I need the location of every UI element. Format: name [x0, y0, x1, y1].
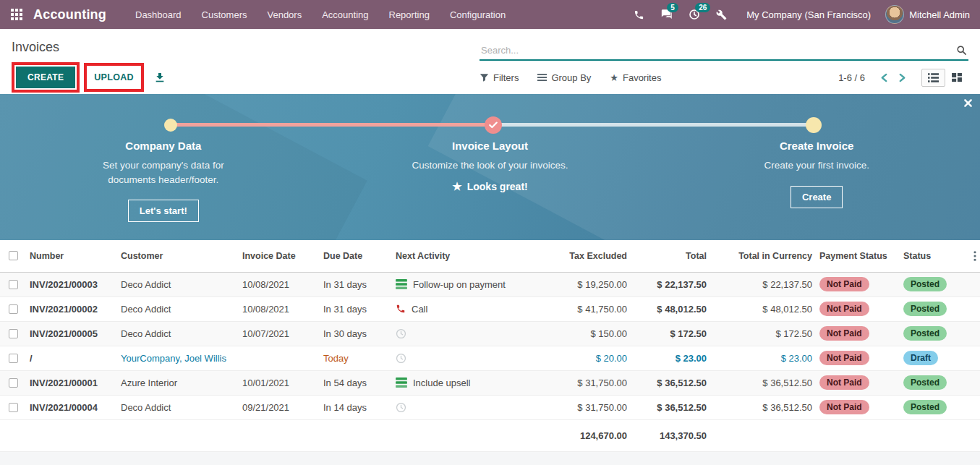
step-subtitle: Create your first invoice.	[726, 158, 907, 173]
user-menu[interactable]: Mitchell Admin	[882, 5, 980, 24]
menu-customers[interactable]: Customers	[192, 0, 257, 29]
cell-activity[interactable]: Call	[392, 297, 529, 321]
cell-total-currency: $ 22,137.50	[710, 272, 816, 297]
pager-next-icon[interactable]	[893, 72, 911, 84]
column-invoice-date[interactable]: Invoice Date	[239, 240, 320, 272]
favorites-button[interactable]: ★ Favorites	[610, 72, 661, 83]
phone-icon[interactable]	[626, 0, 652, 29]
cell-customer: Deco Addict	[117, 297, 239, 321]
onboarding-banner: Company Data Set your company's data for…	[0, 94, 980, 240]
cell-tax-excluded: $ 20.00	[529, 346, 631, 370]
column-number[interactable]: Number	[26, 240, 117, 272]
step-subtitle: Set your company's data for documents he…	[80, 158, 247, 187]
column-tax-excluded[interactable]: Tax Excluded	[529, 240, 631, 272]
cell-tax-excluded: $ 41,750.00	[529, 297, 631, 321]
list-view-icon[interactable]	[921, 69, 945, 87]
table-row[interactable]: INV/2021/00001 Azure Interior 10/01/2021…	[0, 370, 980, 395]
search-icon[interactable]	[956, 45, 967, 56]
apps-menu-icon[interactable]	[0, 9, 33, 20]
column-customer[interactable]: Customer	[117, 240, 239, 272]
filters-label: Filters	[493, 72, 519, 83]
cell-activity[interactable]: Include upsell	[392, 370, 529, 395]
company-switcher[interactable]: My Company (San Francisco)	[735, 9, 882, 20]
column-payment-status[interactable]: Payment Status	[816, 240, 900, 272]
column-total-in-currency[interactable]: Total in Currency	[710, 240, 816, 272]
row-checkbox[interactable]	[0, 395, 26, 419]
messages-icon[interactable]: 5	[652, 0, 681, 29]
sum-tax-excluded: 124,670.00	[529, 419, 631, 451]
cell-total: $ 23.00	[631, 346, 710, 370]
cell-total-currency: $ 48,012.50	[710, 297, 816, 321]
cell-due-date: In 14 days	[320, 395, 392, 419]
cell-status: Posted	[900, 272, 969, 297]
activity-clock-icon	[396, 353, 406, 364]
step-create-invoice: Create Invoice Create your first invoice…	[653, 140, 980, 222]
table-row[interactable]: INV/2021/00005 Deco Addict 10/07/2021 In…	[0, 321, 980, 346]
control-panel: Invoices CREATE UPLOAD Filters	[0, 29, 980, 94]
row-checkbox[interactable]	[0, 272, 26, 297]
create-annotation-box: CREATE	[12, 62, 80, 93]
menu-dashboard[interactable]: Dashboard	[125, 0, 192, 29]
cell-payment-status: Not Paid	[816, 321, 900, 346]
select-all-checkbox[interactable]	[0, 240, 26, 272]
group-by-button[interactable]: Group By	[537, 72, 591, 83]
step-title: Create Invoice	[653, 140, 980, 152]
cell-total: $ 172.50	[631, 321, 710, 346]
lets-start-button[interactable]: Let's start!	[128, 200, 199, 222]
column-due-date[interactable]: Due Date	[320, 240, 392, 272]
cell-customer[interactable]: YourCompany, Joel Willis	[117, 346, 239, 370]
tools-icon[interactable]	[708, 0, 735, 29]
cell-activity-label: Call	[412, 304, 427, 315]
cell-number: INV/2021/00003	[26, 272, 117, 297]
cell-due-date: In 30 days	[320, 321, 392, 346]
group-by-label: Group By	[551, 72, 591, 83]
cell-activity[interactable]: Follow-up on payment	[392, 272, 529, 297]
cell-status: Posted	[900, 297, 969, 321]
step-title: Invoice Layout	[327, 140, 654, 152]
row-checkbox[interactable]	[0, 321, 26, 346]
menu-accounting[interactable]: Accounting	[312, 0, 378, 29]
row-checkbox[interactable]	[0, 297, 26, 321]
looks-great-label: Looks great!	[467, 181, 528, 192]
create-button[interactable]: CREATE	[16, 67, 75, 88]
row-checkbox[interactable]	[0, 346, 26, 370]
cell-activity[interactable]	[392, 346, 529, 370]
app-title[interactable]: Accounting	[33, 7, 106, 22]
table-row[interactable]: INV/2021/00003 Deco Addict 10/08/2021 In…	[0, 272, 980, 297]
main-menu: Dashboard Customers Vendors Accounting R…	[125, 0, 516, 29]
column-next-activity[interactable]: Next Activity	[392, 240, 529, 272]
payment-status-badge: Not Paid	[819, 302, 869, 316]
activities-icon[interactable]: 26	[681, 0, 708, 29]
looks-great-link[interactable]: ★ Looks great!	[452, 180, 527, 193]
search-input[interactable]	[481, 45, 956, 56]
cell-payment-status: Not Paid	[816, 297, 900, 321]
pager-previous-icon[interactable]	[875, 72, 893, 84]
upload-button[interactable]: UPLOAD	[88, 67, 140, 88]
column-total[interactable]: Total	[631, 240, 710, 272]
cell-invoice-date	[239, 346, 320, 370]
export-download-icon[interactable]	[154, 72, 166, 83]
payment-status-badge: Not Paid	[819, 277, 869, 291]
cell-activity[interactable]	[392, 395, 529, 419]
status-badge: Posted	[903, 375, 947, 390]
banner-close-icon[interactable]	[964, 99, 972, 107]
cell-payment-status: Not Paid	[816, 370, 900, 395]
cell-activity[interactable]	[392, 321, 529, 346]
cell-total-currency: $ 172.50	[710, 321, 816, 346]
column-status[interactable]: Status	[900, 240, 969, 272]
table-row[interactable]: INV/2021/00004 Deco Addict 09/21/2021 In…	[0, 395, 980, 419]
kanban-view-icon[interactable]	[945, 69, 968, 87]
menu-reporting[interactable]: Reporting	[379, 0, 440, 29]
row-checkbox[interactable]	[0, 370, 26, 395]
create-invoice-button[interactable]: Create	[791, 186, 843, 208]
menu-vendors[interactable]: Vendors	[257, 0, 312, 29]
column-options-icon[interactable]	[969, 240, 980, 272]
filters-button[interactable]: Filters	[480, 72, 519, 83]
table-row[interactable]: / YourCompany, Joel Willis Today $ 20.00…	[0, 346, 980, 370]
activity-list-icon	[396, 377, 407, 388]
table-row[interactable]: INV/2021/00002 Deco Addict 10/08/2021 In…	[0, 297, 980, 321]
cell-total-currency: $ 36,512.50	[710, 370, 816, 395]
menu-configuration[interactable]: Configuration	[440, 0, 516, 29]
star-icon: ★	[452, 180, 461, 193]
favorites-label: Favorites	[623, 72, 661, 83]
